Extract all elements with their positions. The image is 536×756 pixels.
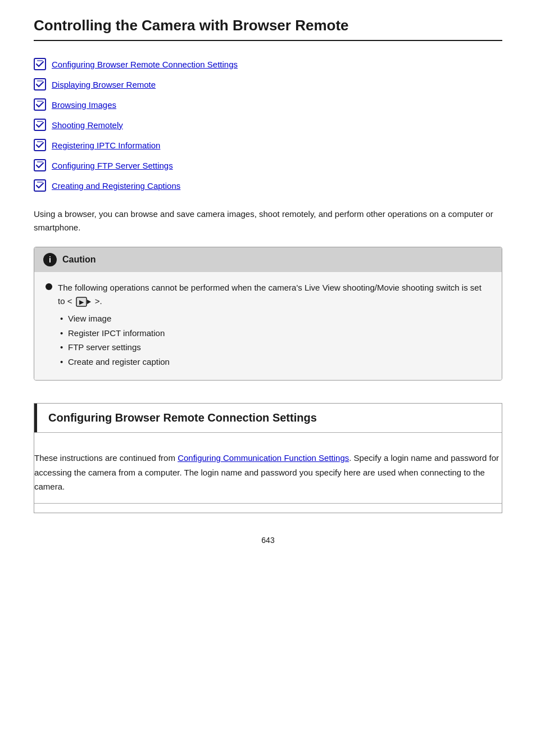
subsection-wrapper: Configuring Browser Remote Connection Se… <box>34 403 502 513</box>
toc-list-item-6: Configuring FTP Server Settings <box>34 159 502 171</box>
caution-bullet <box>46 283 52 290</box>
toc-icon-3 <box>34 98 46 111</box>
toc-icon-4 <box>34 119 46 131</box>
svg-marker-17 <box>87 300 91 304</box>
caution-sub-item-1: View image <box>60 311 490 326</box>
caution-box: i Caution The following operations canno… <box>34 247 502 381</box>
toc-list-item-4: Shooting Remotely <box>34 119 502 131</box>
toc-link-5[interactable]: Registering IPTC Information <box>52 141 160 150</box>
caution-title: Caution <box>62 255 96 265</box>
caution-text-after: >. <box>93 296 102 306</box>
toc-link-4[interactable]: Shooting Remotely <box>52 120 123 130</box>
caution-body: The following operations cannot be perfo… <box>34 272 502 380</box>
caution-sub-list: View image Register IPCT information FTP… <box>60 311 490 369</box>
caution-sub-item-2: Register IPCT information <box>60 326 490 341</box>
toc-list-item-3: Browsing Images <box>34 98 502 111</box>
toc-link-6[interactable]: Configuring FTP Server Settings <box>52 161 173 170</box>
toc-list-item-2: Displaying Browser Remote <box>34 78 502 90</box>
continued-paragraph: These instructions are continued from Co… <box>34 442 502 504</box>
caution-text: The following operations cannot be perfo… <box>58 281 490 369</box>
page-number: 643 <box>34 536 502 545</box>
caution-sub-item-3: FTP server settings <box>60 340 490 355</box>
toc-link-7[interactable]: Creating and Registering Captions <box>52 181 180 191</box>
caution-sub-item-4: Create and register caption <box>60 355 490 369</box>
movie-switch-icon: ▶ <box>76 297 92 307</box>
subsection-body: These instructions are continued from Co… <box>34 433 502 513</box>
toc-icon-1 <box>34 58 46 70</box>
continued-text-before: These instructions are continued from <box>34 453 178 463</box>
toc-list-item-7: Creating and Registering Captions <box>34 179 502 192</box>
toc-list: Configuring Browser Remote Connection Se… <box>34 58 502 192</box>
toc-list-item-5: Registering IPTC Information <box>34 139 502 151</box>
toc-link-3[interactable]: Browsing Images <box>52 100 116 110</box>
subsection-header-bar: Configuring Browser Remote Connection Se… <box>34 404 502 432</box>
toc-icon-5 <box>34 139 46 151</box>
svg-text:▶: ▶ <box>79 299 84 305</box>
main-title: Controlling the Camera with Browser Remo… <box>34 17 502 34</box>
caution-text-before: The following operations cannot be perfo… <box>58 283 482 306</box>
subsection-title: Configuring Browser Remote Connection Se… <box>48 411 490 424</box>
page-container: Controlling the Camera with Browser Remo… <box>0 0 536 567</box>
toc-link-1[interactable]: Configuring Browser Remote Connection Se… <box>52 60 238 69</box>
caution-icon: i <box>43 253 57 266</box>
continued-function-link[interactable]: Configuring Communication Function Setti… <box>178 453 349 463</box>
caution-item: The following operations cannot be perfo… <box>46 281 490 369</box>
toc-list-item-1: Configuring Browser Remote Connection Se… <box>34 58 502 70</box>
caution-header: i Caution <box>34 247 502 272</box>
toc-icon-2 <box>34 78 46 90</box>
toc-icon-6 <box>34 159 46 171</box>
description-paragraph: Using a browser, you can browse and save… <box>34 207 502 234</box>
toc-link-2[interactable]: Displaying Browser Remote <box>52 80 156 89</box>
toc-icon-7 <box>34 179 46 192</box>
main-title-section: Controlling the Camera with Browser Remo… <box>34 17 502 41</box>
